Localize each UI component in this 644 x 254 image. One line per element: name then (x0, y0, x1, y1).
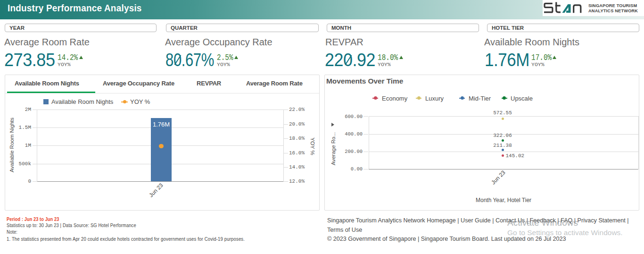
svg-text:SINGAPORE TOURISM: SINGAPORE TOURISM (588, 3, 637, 8)
svg-text:ANALYTICS NETWORK: ANALYTICS NETWORK (588, 8, 638, 13)
